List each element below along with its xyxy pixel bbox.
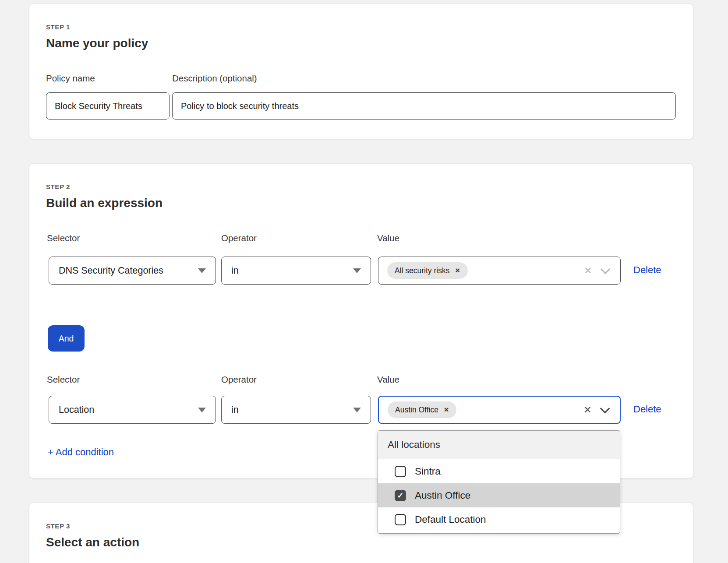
- chevron-down-icon[interactable]: [601, 264, 611, 274]
- checkbox[interactable]: ✓: [395, 466, 406, 477]
- selector-select[interactable]: DNS Security Categories: [49, 257, 216, 285]
- and-button[interactable]: And: [48, 325, 85, 352]
- step3-eyebrow: STEP 3: [46, 522, 70, 530]
- option-label: Austin Office: [415, 490, 470, 501]
- dropdown-option-sintra[interactable]: ✓ Sintra: [378, 459, 620, 483]
- step2-eyebrow: STEP 2: [46, 183, 70, 190]
- option-label: Default Location: [415, 514, 486, 525]
- value-tag: Austin Office ✕: [388, 401, 456, 418]
- clear-icon[interactable]: ✕: [584, 266, 592, 276]
- selector-select[interactable]: Location: [49, 396, 216, 424]
- value-multiselect[interactable]: All security risks ✕ ✕: [378, 257, 621, 285]
- dropdown-option-default-location[interactable]: ✓ Default Location: [378, 507, 620, 531]
- clear-icon[interactable]: ✕: [583, 405, 592, 415]
- option-label: Sintra: [415, 466, 441, 477]
- delete-condition-link[interactable]: Delete: [633, 264, 661, 276]
- value-multiselect-focused[interactable]: Austin Office ✕ ✕: [378, 396, 621, 424]
- operator-column-label: Operator: [221, 233, 257, 243]
- add-condition-link[interactable]: + Add condition: [48, 447, 114, 458]
- operator-select-value: in: [231, 265, 239, 276]
- dropdown-option-all-locations[interactable]: All locations: [378, 431, 620, 459]
- selector-select-value: Location: [59, 405, 94, 415]
- chevron-down-icon: [353, 408, 361, 412]
- check-icon: ✓: [397, 492, 403, 500]
- value-tag: All security risks ✕: [387, 262, 468, 279]
- step2-title: Build an expression: [46, 196, 163, 210]
- selector-select-value: DNS Security Categories: [59, 265, 163, 276]
- remove-tag-icon[interactable]: ✕: [444, 406, 449, 413]
- chevron-down-icon: [198, 268, 206, 273]
- operator-select-value: in: [231, 405, 239, 415]
- value-tag-label: Austin Office: [395, 405, 438, 415]
- policy-name-label: Policy name: [46, 73, 95, 84]
- description-input[interactable]: [172, 92, 676, 120]
- description-label: Description (optional): [172, 73, 257, 84]
- dropdown-option-austin-office[interactable]: ✓ Austin Office: [378, 483, 620, 507]
- locations-dropdown: All locations ✓ Sintra ✓ Austin Office ✓…: [378, 430, 620, 534]
- value-column-label: Value: [377, 374, 399, 385]
- value-column-label: Value: [377, 233, 399, 243]
- selector-column-label: Selector: [47, 374, 80, 385]
- operator-select[interactable]: in: [221, 257, 371, 285]
- delete-condition-link[interactable]: Delete: [633, 404, 661, 415]
- policy-name-input[interactable]: [46, 92, 170, 120]
- step3-title: Select an action: [46, 535, 139, 549]
- step1-card: STEP 1 Name your policy Policy name Desc…: [29, 4, 693, 139]
- operator-column-label: Operator: [221, 374, 257, 385]
- chevron-down-icon[interactable]: [600, 404, 610, 414]
- selector-column-label: Selector: [47, 233, 80, 243]
- value-tag-label: All security risks: [395, 266, 449, 275]
- operator-select[interactable]: in: [221, 396, 371, 424]
- checkbox-checked[interactable]: ✓: [395, 490, 406, 501]
- step1-eyebrow: STEP 1: [46, 23, 70, 31]
- chevron-down-icon: [353, 268, 361, 273]
- step1-title: Name your policy: [46, 36, 148, 50]
- chevron-down-icon: [198, 408, 206, 412]
- checkbox[interactable]: ✓: [395, 514, 406, 525]
- remove-tag-icon[interactable]: ✕: [455, 267, 460, 274]
